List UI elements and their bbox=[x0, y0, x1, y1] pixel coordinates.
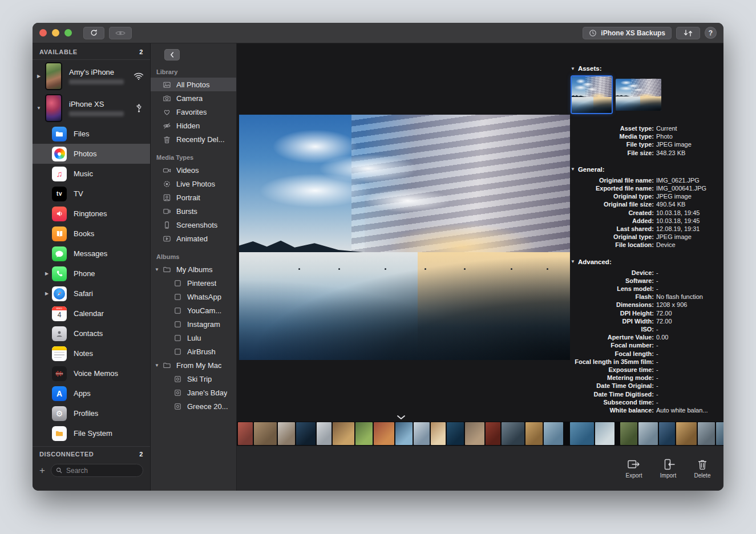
collapse-arrow-icon[interactable]: ▼ bbox=[36, 106, 42, 111]
inspector-section-header-general[interactable]: ▼General: bbox=[571, 166, 719, 173]
panel-item-portrait[interactable]: Portrait bbox=[151, 191, 236, 204]
disclosure-triangle-icon[interactable]: ▼ bbox=[571, 167, 575, 172]
device-row-amy-s-iphone[interactable]: ▶Amy's iPhone bbox=[33, 60, 150, 92]
refresh-button[interactable] bbox=[83, 27, 104, 39]
panel-item-instagram[interactable]: Instagram bbox=[151, 317, 236, 331]
panel-item-animated[interactable]: Animated bbox=[151, 232, 236, 245]
disclosure-triangle-icon[interactable]: ▼ bbox=[155, 363, 159, 368]
filmstrip-thumbnail-23[interactable] bbox=[676, 422, 697, 445]
sidebar-item-photos[interactable]: Photos bbox=[33, 144, 150, 164]
filmstrip-thumbnail-3[interactable] bbox=[278, 422, 295, 445]
filmstrip-thumbnail-18[interactable] bbox=[570, 422, 594, 445]
search-field[interactable] bbox=[51, 464, 143, 477]
photo-preview[interactable] bbox=[239, 115, 570, 360]
sidebar-item-messages[interactable]: Messages bbox=[33, 244, 150, 264]
filmstrip-thumbnail-5[interactable] bbox=[317, 422, 331, 445]
sidebar-item-music[interactable]: ♫Music bbox=[33, 164, 150, 184]
panel-item-live-photos[interactable]: Live Photos bbox=[151, 177, 236, 191]
sidebar-item-calendar[interactable]: WED4Calendar bbox=[33, 304, 150, 323]
panel-item-hidden[interactable]: Hidden bbox=[151, 119, 236, 132]
panel-item-label: My Albums bbox=[176, 265, 213, 274]
field-value: - bbox=[656, 341, 719, 349]
filmstrip-thumbnail-22[interactable] bbox=[659, 422, 675, 445]
filmstrip-thumbnail-2[interactable] bbox=[254, 422, 277, 445]
sidebar-item-books[interactable]: Books bbox=[33, 224, 150, 244]
panel-item-jane-s-bday[interactable]: Jane's Bday bbox=[151, 386, 236, 399]
inspector-section-header-assets[interactable]: ▼Assets: bbox=[571, 65, 719, 72]
album-group-my-albums[interactable]: ▼My Albums bbox=[151, 262, 236, 276]
expand-arrow-icon[interactable]: ▶ bbox=[45, 291, 48, 296]
inspector-section-header-advanced[interactable]: ▼Advanced: bbox=[571, 258, 719, 265]
filmstrip-thumbnail-25[interactable] bbox=[716, 422, 723, 445]
back-button[interactable] bbox=[164, 49, 180, 60]
panel-item-pinterest[interactable]: Pinterest bbox=[151, 276, 236, 290]
filmstrip-thumbnail-4[interactable] bbox=[296, 422, 316, 445]
panel-item-label: From My Mac bbox=[176, 361, 221, 370]
close-window-button[interactable] bbox=[39, 29, 47, 37]
album-group-from-my-mac[interactable]: ▼From My Mac bbox=[151, 358, 236, 372]
filmstrip-thumbnail-16[interactable] bbox=[525, 422, 543, 445]
asset-thumbnail-alternate[interactable] bbox=[616, 79, 661, 111]
panel-item-recently-del[interactable]: Recently Del... bbox=[151, 132, 236, 146]
panel-item-bursts[interactable]: Bursts bbox=[151, 204, 236, 218]
backups-button[interactable]: iPhone XS Backups bbox=[583, 27, 672, 39]
sidebar-item-filesystem[interactable]: File System bbox=[33, 423, 150, 443]
asset-thumbnail-current[interactable] bbox=[572, 76, 612, 113]
sidebar-item-phone[interactable]: ▶Phone bbox=[33, 264, 150, 284]
expand-arrow-icon[interactable]: ▶ bbox=[45, 271, 48, 276]
sidebar-item-safari[interactable]: ▶Safari bbox=[33, 284, 150, 304]
help-button[interactable]: ? bbox=[705, 27, 717, 39]
filmstrip-thumbnail-9[interactable] bbox=[395, 422, 413, 445]
filmstrip-thumbnail-24[interactable] bbox=[698, 422, 715, 445]
filmstrip-thumbnail-7[interactable] bbox=[355, 422, 373, 445]
panel-item-youcam[interactable]: YouCam... bbox=[151, 304, 236, 317]
filmstrip-thumbnail-1[interactable] bbox=[238, 422, 253, 445]
zoom-window-button[interactable] bbox=[64, 29, 72, 37]
collapse-thumbstrip-button[interactable] bbox=[397, 415, 406, 420]
expand-arrow-icon[interactable]: ▶ bbox=[36, 74, 42, 79]
filmstrip-thumbnail-8[interactable] bbox=[374, 422, 394, 445]
panel-item-greece-20[interactable]: Greece 20... bbox=[151, 399, 236, 413]
filmstrip-thumbnail-15[interactable] bbox=[502, 422, 524, 445]
filmstrip-thumbnail-20[interactable] bbox=[620, 422, 637, 445]
panel-item-whatsapp[interactable]: WhatsApp bbox=[151, 290, 236, 304]
filmstrip-thumbnail-11[interactable] bbox=[431, 422, 446, 445]
search-input[interactable] bbox=[65, 466, 138, 475]
add-device-button[interactable]: + bbox=[38, 466, 46, 475]
panel-item-screenshots[interactable]: Screenshots bbox=[151, 218, 236, 232]
inspector-section-title: Advanced: bbox=[578, 258, 612, 265]
sidebar-item-files[interactable]: Files bbox=[33, 124, 150, 144]
disclosure-triangle-icon[interactable]: ▼ bbox=[571, 66, 575, 71]
panel-item-lulu[interactable]: Lulu bbox=[151, 331, 236, 345]
filmstrip-thumbnail-12[interactable] bbox=[447, 422, 464, 445]
filmstrip-thumbnail-14[interactable] bbox=[486, 422, 500, 445]
quick-look-button[interactable] bbox=[109, 27, 132, 39]
transfer-button[interactable] bbox=[676, 27, 700, 39]
filmstrip-thumbnail-17[interactable] bbox=[544, 422, 563, 445]
minimize-window-button[interactable] bbox=[52, 29, 59, 37]
disclosure-triangle-icon[interactable]: ▼ bbox=[571, 259, 575, 264]
sidebar-item-tv[interactable]: tvTV bbox=[33, 184, 150, 204]
sidebar-item-notes[interactable]: Notes bbox=[33, 343, 150, 363]
filmstrip-thumbnail-6[interactable] bbox=[333, 422, 354, 445]
sidebar-item-profiles[interactable]: ⚙Profiles bbox=[33, 403, 150, 423]
export-button[interactable]: Export bbox=[621, 459, 647, 479]
device-row-iphone-xs[interactable]: ▼iPhone XS bbox=[33, 92, 150, 124]
panel-item-all-photos[interactable]: All Photos bbox=[151, 78, 236, 91]
sidebar-item-ringtones[interactable]: Ringtones bbox=[33, 204, 150, 224]
panel-item-airbrush[interactable]: AirBrush bbox=[151, 345, 236, 358]
sidebar-item-contacts[interactable]: Contacts bbox=[33, 323, 150, 343]
filmstrip-thumbnail-21[interactable] bbox=[638, 422, 658, 445]
sidebar-item-apps[interactable]: AApps bbox=[33, 383, 150, 403]
disclosure-triangle-icon[interactable]: ▼ bbox=[155, 267, 159, 272]
filmstrip-thumbnail-19[interactable] bbox=[595, 422, 614, 445]
sidebar-item-voicememos[interactable]: Voice Memos bbox=[33, 363, 150, 383]
filmstrip-thumbnail-10[interactable] bbox=[414, 422, 430, 445]
filmstrip-thumbnail-13[interactable] bbox=[465, 422, 484, 445]
delete-button[interactable]: Delete bbox=[689, 459, 715, 479]
panel-item-camera[interactable]: Camera bbox=[151, 91, 236, 105]
panel-item-videos[interactable]: Videos bbox=[151, 163, 236, 177]
panel-item-favorites[interactable]: Favorites bbox=[151, 105, 236, 119]
panel-item-ski-trip[interactable]: Ski Trip bbox=[151, 372, 236, 386]
import-button[interactable]: Import bbox=[655, 459, 681, 479]
